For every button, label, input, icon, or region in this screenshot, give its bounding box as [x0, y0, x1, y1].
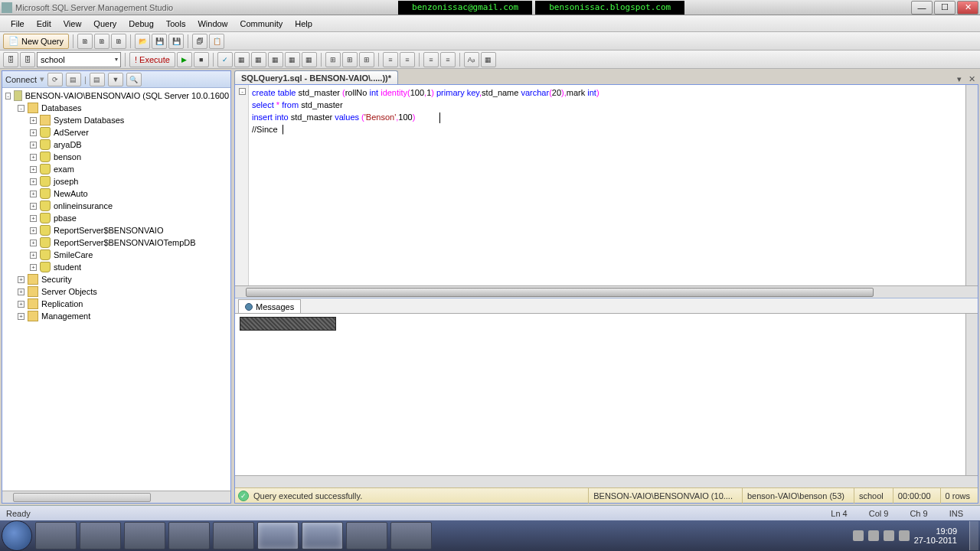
toolbar2-btn-1[interactable]: 🗄: [3, 52, 18, 67]
tree-folder[interactable]: Replication: [41, 299, 83, 308]
close-button[interactable]: ✕: [957, 1, 978, 15]
toolbar2-btn-est[interactable]: ▦: [234, 52, 250, 67]
expander-icon[interactable]: +: [30, 252, 37, 259]
toolbar-btn-8[interactable]: 📋: [209, 34, 224, 49]
messages-hscroll[interactable]: [235, 475, 978, 487]
tab-dropdown[interactable]: ▾: [954, 73, 965, 84]
taskbar-item[interactable]: [257, 522, 299, 549]
save-all-button[interactable]: 💾: [168, 34, 184, 49]
uncomment-button[interactable]: ≡: [400, 52, 415, 67]
tree-db[interactable]: exam: [54, 165, 74, 174]
expander-icon[interactable]: +: [18, 276, 24, 283]
menu-window[interactable]: Window: [191, 18, 234, 30]
oe-btn-3[interactable]: ▤: [90, 73, 105, 86]
tree-db[interactable]: NewAuto: [54, 189, 88, 198]
expander-icon[interactable]: +: [30, 154, 37, 161]
tree-folder[interactable]: Server Objects: [41, 287, 97, 296]
taskbar-item[interactable]: [35, 522, 77, 549]
expander-icon[interactable]: +: [30, 227, 37, 234]
toolbar-btn-1[interactable]: 🗎: [77, 34, 93, 49]
system-tray[interactable]: 19:09 27-10-2011: [847, 527, 963, 545]
code-content[interactable]: create table std_master (rollNo int iden…: [249, 85, 965, 285]
tree-db[interactable]: aryaDB: [54, 140, 82, 149]
expander-icon[interactable]: +: [30, 191, 37, 197]
tree-db[interactable]: benson: [54, 152, 81, 161]
toolbar-btn-2[interactable]: 🗎: [94, 34, 109, 49]
editor-vscroll[interactable]: [965, 85, 978, 285]
outdent-button[interactable]: ≡: [440, 52, 456, 67]
tree-folder[interactable]: Security: [41, 275, 72, 284]
specify-values-button[interactable]: Aᵦ: [464, 52, 479, 67]
results-grid-button[interactable]: ⊞: [325, 52, 341, 67]
toolbar2-btn-2[interactable]: 🗄: [20, 52, 35, 67]
messages-output[interactable]: [235, 313, 978, 475]
toolbar2-btn-x1[interactable]: ▦: [302, 52, 317, 67]
tree-system-databases[interactable]: System Databases: [54, 116, 124, 125]
results-text-button[interactable]: ⊞: [342, 52, 358, 67]
open-button[interactable]: 📂: [135, 34, 150, 49]
tree-db[interactable]: ReportServer$BENSONVAIO: [54, 226, 163, 235]
execute-button[interactable]: ! Execute: [129, 52, 175, 67]
tree-db[interactable]: pbase: [54, 214, 77, 223]
oe-filter-button[interactable]: ▼: [108, 73, 123, 86]
taskbar-item[interactable]: [346, 522, 387, 549]
taskbar-item[interactable]: [80, 522, 121, 549]
start-button[interactable]: [2, 520, 32, 551]
debug-button[interactable]: ▶: [177, 52, 192, 67]
stop-button[interactable]: ■: [194, 52, 209, 67]
expander-icon[interactable]: +: [30, 142, 37, 148]
connect-label[interactable]: Connect: [5, 75, 37, 84]
expander-icon[interactable]: +: [30, 117, 37, 124]
new-query-button[interactable]: 📄 New Query: [3, 34, 69, 49]
tree-db[interactable]: joseph: [54, 177, 78, 186]
expander-icon[interactable]: +: [30, 129, 37, 136]
tree-databases[interactable]: Databases: [41, 103, 82, 112]
expander-icon[interactable]: -: [5, 93, 11, 99]
messages-tab[interactable]: Messages: [238, 299, 301, 313]
expander-icon[interactable]: +: [18, 313, 24, 320]
expander-icon[interactable]: +: [30, 264, 37, 271]
show-desktop-button[interactable]: [969, 521, 978, 550]
taskbar-item[interactable]: [213, 522, 254, 549]
expander-icon[interactable]: +: [30, 166, 37, 173]
expander-icon[interactable]: +: [30, 240, 37, 246]
messages-vscroll[interactable]: [965, 314, 978, 475]
document-tab[interactable]: SQLQuery1.sql - BENSON-VAIO\.....))*: [234, 70, 398, 84]
tree-db[interactable]: SmileCare: [54, 250, 93, 259]
tree-db[interactable]: onlineinsurance: [54, 201, 113, 210]
oe-btn-2[interactable]: ▤: [66, 73, 81, 86]
taskbar-item[interactable]: [124, 522, 165, 549]
tree-folder[interactable]: Management: [41, 311, 90, 321]
object-explorer-hscroll[interactable]: [2, 491, 230, 503]
results-file-button[interactable]: ⊞: [359, 52, 374, 67]
expander-icon[interactable]: +: [30, 203, 37, 210]
oe-btn-1[interactable]: ⟳: [47, 73, 63, 86]
expander-icon[interactable]: +: [30, 178, 37, 185]
taskbar-item[interactable]: [168, 522, 210, 549]
toolbar2-btn-opts[interactable]: ▦: [251, 52, 266, 67]
menu-tools[interactable]: Tools: [160, 18, 192, 30]
tree-server[interactable]: BENSON-VAIO\BENSONVAIO (SQL Server 10.0.…: [25, 91, 229, 100]
tree-db[interactable]: student: [54, 262, 81, 272]
expander-icon[interactable]: -: [18, 105, 24, 112]
expander-icon[interactable]: +: [30, 215, 37, 222]
database-dropdown[interactable]: school: [37, 52, 121, 67]
menu-community[interactable]: Community: [234, 18, 289, 30]
menu-edit[interactable]: Edit: [31, 18, 57, 30]
taskbar-item[interactable]: [390, 522, 432, 549]
toolbar-btn-3[interactable]: 🗎: [111, 34, 126, 49]
menu-help[interactable]: Help: [289, 18, 318, 30]
toolbar-btn-7[interactable]: 🗐: [192, 34, 207, 49]
indent-button[interactable]: ≡: [423, 52, 439, 67]
parse-button[interactable]: ✓: [217, 52, 233, 67]
clock[interactable]: 19:09 27-10-2011: [914, 527, 957, 545]
save-button[interactable]: 💾: [152, 34, 167, 49]
volume-icon[interactable]: [899, 530, 910, 541]
minimize-button[interactable]: —: [911, 1, 933, 15]
editor-hscroll[interactable]: [235, 285, 978, 298]
object-explorer-tree[interactable]: -BENSON-VAIO\BENSONVAIO (SQL Server 10.0…: [2, 88, 230, 491]
oe-btn-5[interactable]: 🔍: [126, 73, 142, 86]
maximize-button[interactable]: ☐: [934, 1, 956, 15]
menu-view[interactable]: View: [57, 18, 88, 30]
toolbar2-btn-act[interactable]: ▦: [268, 52, 283, 67]
